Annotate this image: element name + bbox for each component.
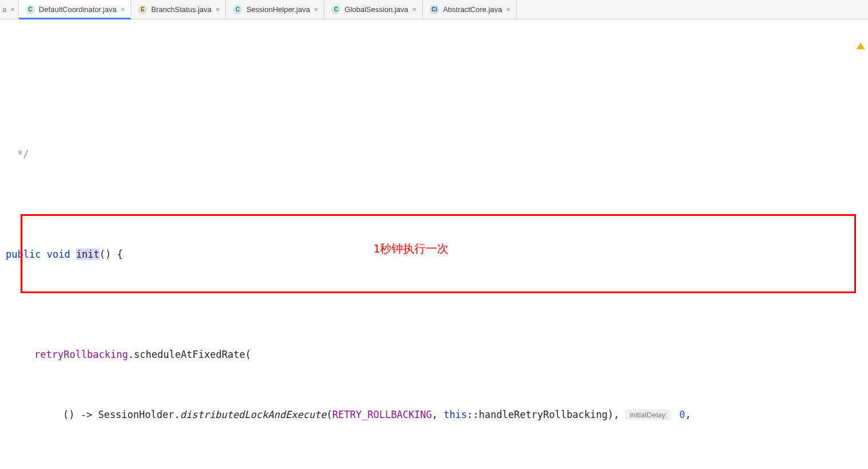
- close-icon[interactable]: ×: [121, 6, 125, 13]
- interface-icon: Ci: [430, 5, 439, 14]
- parameter-hint: initialDelay:: [625, 409, 671, 420]
- close-icon[interactable]: ×: [216, 6, 220, 13]
- code-line: () -> SessionHolder.distributedLockAndEx…: [6, 405, 868, 425]
- enum-icon: E: [138, 5, 147, 14]
- close-icon[interactable]: ×: [506, 6, 511, 13]
- code-line: retryRollbacking.scheduleAtFixedRate(: [6, 345, 868, 365]
- editor-tab-strip: a × C DefaultCoordinator.java × E Branch…: [0, 0, 868, 19]
- tab-label: AbstractCore.java: [443, 5, 502, 14]
- tab-label: GlobalSession.java: [344, 5, 408, 14]
- warning-icon[interactable]: [857, 42, 865, 49]
- code-line: */: [6, 144, 868, 164]
- tab-default-coordinator[interactable]: C DefaultCoordinator.java ×: [19, 0, 131, 19]
- code-editor[interactable]: */ public void init() { retryRollbacking…: [0, 19, 868, 469]
- tab-overflow-left[interactable]: a ×: [0, 0, 19, 19]
- tab-label: DefaultCoordinator.java: [39, 5, 117, 14]
- class-icon: C: [331, 5, 340, 14]
- tab-abstract-core[interactable]: Ci AbstractCore.java ×: [423, 0, 517, 19]
- tab-session-helper[interactable]: C SessionHelper.java ×: [226, 0, 324, 19]
- class-icon: C: [233, 5, 242, 14]
- tab-global-session[interactable]: C GlobalSession.java ×: [324, 0, 423, 19]
- tab-label: BranchStatus.java: [151, 5, 212, 14]
- tab-label: SessionHelper.java: [246, 5, 310, 14]
- tab-branch-status[interactable]: E BranchStatus.java ×: [131, 0, 226, 19]
- close-icon[interactable]: ×: [314, 6, 319, 13]
- method-name: init: [76, 249, 100, 260]
- code-line: ROLLBACKING_RETRY_PERIOD, TimeUnit.MILLI…: [6, 465, 868, 469]
- class-icon: C: [26, 5, 35, 14]
- close-icon[interactable]: ×: [10, 6, 15, 13]
- code-line: public void init() {: [6, 245, 868, 265]
- tab-overflow-label: a: [2, 5, 6, 14]
- close-icon[interactable]: ×: [413, 6, 417, 13]
